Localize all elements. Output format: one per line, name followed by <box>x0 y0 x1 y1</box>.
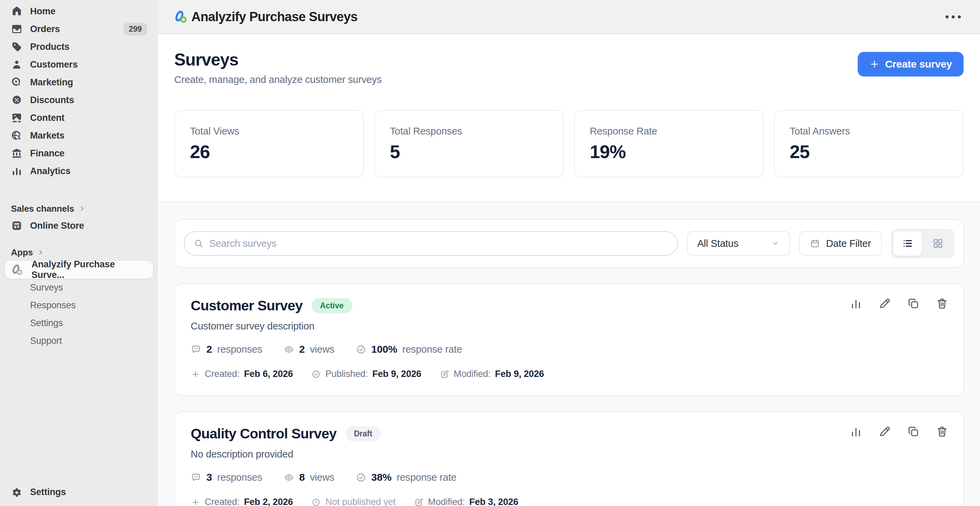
created-label: Created: <box>205 497 240 506</box>
sidebar-subitem-surveys[interactable]: Surveys <box>5 279 153 297</box>
grid-view-icon <box>932 238 944 249</box>
page-subtitle: Create, manage, and analyze customer sur… <box>174 74 382 86</box>
sidebar-subitem-support[interactable]: Support <box>5 332 153 350</box>
survey-metrics: 3 responses 8 views 38% response rate <box>191 471 948 483</box>
survey-dates: Created: Feb 2, 2026 Not published yet M… <box>191 497 948 506</box>
list-view-button[interactable] <box>893 231 922 256</box>
grid-view-button[interactable] <box>924 231 952 256</box>
sidebar-item-label: Settings <box>30 487 66 498</box>
analytics-action-icon[interactable] <box>850 425 862 438</box>
customers-icon <box>11 59 22 70</box>
search-box <box>184 231 678 256</box>
orders-icon <box>11 23 22 35</box>
edit-pencil-icon[interactable] <box>878 425 891 438</box>
app-window: Home Orders 299 Products Customers Marke… <box>0 0 980 506</box>
responses-metric: 3 responses <box>191 471 262 483</box>
sidebar-item-markets[interactable]: $ Markets <box>5 127 153 144</box>
duplicate-copy-icon[interactable] <box>907 425 920 438</box>
date-filter-button[interactable]: Date Filter <box>799 231 882 256</box>
views-value: 8 <box>299 471 305 483</box>
page-header: Surveys Create, manage, and analyze cust… <box>158 34 980 86</box>
sidebar-item-online-store[interactable]: Online Store <box>5 217 153 234</box>
ellipsis-menu-icon[interactable] <box>942 12 964 22</box>
sidebar-item-label: Discounts <box>30 95 74 106</box>
modified-date: Modified: Feb 9, 2026 <box>440 369 544 379</box>
sidebar-item-finance[interactable]: Finance <box>5 145 153 162</box>
check-circle-icon <box>311 370 321 379</box>
chat-bubble-icon <box>191 344 201 355</box>
analytics-action-icon[interactable] <box>850 297 862 310</box>
modified-label: Modified: <box>428 497 465 506</box>
apps-label: Apps <box>11 247 33 258</box>
sidebar-item-products[interactable]: Products <box>5 38 153 55</box>
create-survey-button[interactable]: Create survey <box>858 52 964 76</box>
response-rate-metric: 100% response rate <box>356 343 462 355</box>
survey-dates: Created: Feb 6, 2026 Published: Feb 9, 2… <box>191 369 948 379</box>
delete-trash-icon[interactable] <box>935 297 948 310</box>
views-metric: 2 views <box>283 343 334 355</box>
sidebar-item-label: Orders <box>30 24 60 35</box>
created-value: Feb 6, 2026 <box>244 369 293 379</box>
duplicate-copy-icon[interactable] <box>907 297 920 310</box>
analyzify-logo-icon <box>11 263 24 276</box>
stat-label: Total Answers <box>790 126 948 136</box>
card-actions <box>850 297 948 310</box>
svg-text:$: $ <box>18 135 21 140</box>
modified-value: Feb 9, 2026 <box>495 369 544 379</box>
delete-trash-icon[interactable] <box>935 425 948 438</box>
responses-metric: 2 responses <box>191 343 262 355</box>
search-input[interactable] <box>209 238 668 249</box>
responses-label: responses <box>217 472 262 483</box>
sidebar-item-customers[interactable]: Customers <box>5 56 153 73</box>
rate-label: response rate <box>402 344 462 355</box>
sidebar-item-content[interactable]: Content <box>5 109 153 126</box>
view-toggle <box>891 229 955 258</box>
stat-card-total-answers: Total Answers 25 <box>774 110 964 178</box>
sidebar-item-settings[interactable]: Settings <box>5 484 153 501</box>
stat-card-total-responses: Total Responses 5 <box>374 110 564 178</box>
modified-value: Feb 3, 2026 <box>469 497 518 506</box>
sidebar-item-discounts[interactable]: Discounts <box>5 92 153 109</box>
rate-value: 38% <box>371 471 391 483</box>
sidebar-item-analyzify-app[interactable]: Analyzify Purchase Surve... <box>5 261 153 279</box>
sidebar-item-home[interactable]: Home <box>5 3 153 20</box>
sidebar-item-label: Analyzify Purchase Surve... <box>32 259 147 280</box>
subitem-label: Surveys <box>30 282 63 293</box>
plus-icon <box>191 498 200 506</box>
stats-row: Total Views 26 Total Responses 5 Respons… <box>158 110 980 178</box>
stat-label: Total Responses <box>390 126 548 136</box>
content-icon <box>11 112 22 124</box>
edit-square-icon <box>414 498 424 506</box>
chat-bubble-icon <box>191 472 201 483</box>
sales-channels-header[interactable]: Sales channels <box>5 200 153 217</box>
edit-pencil-icon[interactable] <box>878 297 891 310</box>
survey-title: Quality Control Survey <box>191 426 337 441</box>
sidebar-subitem-settings[interactable]: Settings <box>5 314 153 332</box>
status-filter-select[interactable]: All Status <box>687 231 790 256</box>
modified-date: Modified: Feb 3, 2026 <box>414 497 519 506</box>
card-actions <box>850 425 948 438</box>
sidebar-spacer <box>5 350 153 484</box>
apps-header[interactable]: Apps <box>5 244 153 261</box>
survey-title: Customer Survey <box>191 298 303 313</box>
created-date: Created: Feb 6, 2026 <box>191 369 293 379</box>
sidebar-item-orders[interactable]: Orders 299 <box>5 21 153 38</box>
sidebar-subitem-responses[interactable]: Responses <box>5 297 153 314</box>
views-label: views <box>310 344 334 355</box>
topbar: Analyzify Purchase Surveys <box>158 0 980 34</box>
topbar-title: Analyzify Purchase Surveys <box>191 10 358 24</box>
sidebar-item-label: Home <box>30 6 56 17</box>
published-label: Published: <box>325 369 368 379</box>
sidebar-item-analytics[interactable]: Analytics <box>5 163 153 179</box>
calendar-icon <box>810 238 820 249</box>
created-label: Created: <box>205 369 240 379</box>
sidebar-item-label: Online Store <box>30 220 84 231</box>
sidebar-item-marketing[interactable]: Marketing <box>5 74 153 91</box>
modified-label: Modified: <box>454 369 491 379</box>
search-icon <box>193 238 204 249</box>
analytics-icon <box>11 165 22 177</box>
main-content: Analyzify Purchase Surveys Surveys Creat… <box>158 0 980 506</box>
analyzify-logo-icon <box>173 9 189 24</box>
sidebar: Home Orders 299 Products Customers Marke… <box>0 0 158 506</box>
discounts-icon <box>11 94 22 106</box>
